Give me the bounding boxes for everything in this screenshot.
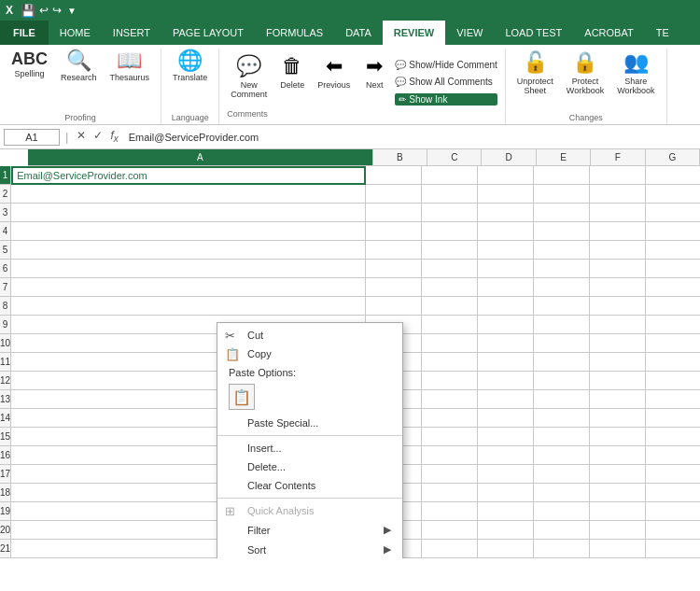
- cell-c1[interactable]: [422, 166, 478, 185]
- context-menu-sort[interactable]: Sort ▶: [217, 540, 402, 558]
- previous-label: Previous: [317, 80, 350, 90]
- cell-g1[interactable]: [646, 166, 700, 185]
- new-comment-button[interactable]: 💬 New Comment: [227, 52, 271, 101]
- tab-view[interactable]: VIEW: [445, 21, 494, 45]
- cut-icon: ✂: [225, 329, 235, 343]
- quick-analysis-label: Quick Analysis: [247, 505, 315, 516]
- row-num-8[interactable]: 8: [0, 297, 11, 316]
- tab-data[interactable]: DATA: [334, 21, 383, 45]
- formula-input[interactable]: [125, 130, 696, 145]
- show-hide-comment[interactable]: 💬 Show/Hide Comment: [395, 60, 497, 70]
- research-button[interactable]: 🔍 Research: [57, 49, 101, 84]
- context-menu-clear-contents[interactable]: Clear Contents: [217, 476, 402, 495]
- tab-review[interactable]: REVIEW: [383, 21, 445, 45]
- next-comment-button[interactable]: ➡ Next: [359, 52, 389, 91]
- tab-te[interactable]: TE: [645, 21, 680, 45]
- show-ink[interactable]: ✏ Show Ink: [395, 93, 497, 106]
- cell-d1[interactable]: [478, 166, 534, 185]
- show-all-comments[interactable]: 💬 Show All Comments: [395, 77, 497, 87]
- save-icon[interactable]: 💾: [21, 4, 35, 18]
- ribbon-group-language: 🌐 Translate Language: [161, 49, 219, 124]
- share-workbook-label: Share Workbook: [617, 77, 654, 95]
- row-num-14[interactable]: 14: [0, 409, 11, 428]
- cell-a1[interactable]: Email@ServiceProvider.com: [11, 166, 366, 185]
- context-menu-copy[interactable]: 📋 Copy: [217, 345, 402, 363]
- unprotect-sheet-label: Unprotect Sheet: [517, 77, 553, 95]
- context-menu-cut[interactable]: ✂ Cut: [217, 326, 402, 345]
- delete-comment-icon: 🗑: [282, 54, 302, 78]
- protect-workbook-button[interactable]: 🔒 Protect Workbook: [563, 49, 608, 97]
- cancel-formula-icon[interactable]: ✕: [74, 128, 89, 145]
- previous-comment-button[interactable]: ⬅ Previous: [314, 52, 354, 91]
- cell-a2[interactable]: [11, 185, 366, 204]
- delete-comment-button[interactable]: 🗑 Delete: [276, 52, 308, 91]
- translate-button[interactable]: 🌐 Translate: [169, 49, 211, 84]
- row-num-4[interactable]: 4: [0, 222, 11, 241]
- col-header-c[interactable]: C: [427, 149, 482, 165]
- context-menu-filter[interactable]: Filter ▶: [217, 520, 402, 540]
- formula-bar: | ✕ ✓ fx: [0, 125, 700, 149]
- share-workbook-icon: 👥: [623, 50, 649, 75]
- undo-icon[interactable]: ↩: [39, 4, 49, 17]
- context-menu-paste-special[interactable]: Paste Special...: [217, 414, 402, 432]
- tab-load-test[interactable]: LOAD TEST: [494, 21, 573, 45]
- unprotect-sheet-button[interactable]: 🔓 Unprotect Sheet: [513, 49, 557, 97]
- tab-acrobat[interactable]: ACROBAT: [573, 21, 644, 45]
- paste-icon-clipboard[interactable]: 📋: [229, 384, 255, 410]
- name-box[interactable]: [4, 129, 60, 146]
- context-menu-quick-analysis: ⊞ Quick Analysis: [217, 501, 402, 520]
- row-num-15[interactable]: 15: [0, 428, 11, 446]
- row-num-17[interactable]: 17: [0, 465, 11, 484]
- share-workbook-button[interactable]: 👥 Share Workbook: [613, 49, 658, 97]
- research-icon: 🔍: [66, 50, 91, 71]
- row-num-9[interactable]: 9: [0, 316, 11, 334]
- insert-function-icon[interactable]: fx: [107, 128, 120, 145]
- row-num-21[interactable]: 21: [0, 540, 11, 558]
- row-num-18[interactable]: 18: [0, 484, 11, 502]
- tab-file[interactable]: FILE: [0, 21, 49, 45]
- row-num-5[interactable]: 5: [0, 241, 11, 260]
- filter-arrow-icon: ▶: [384, 524, 391, 536]
- context-menu: ✂ Cut 📋 Copy Paste Options: 📋 Paste Spec…: [217, 322, 403, 558]
- redo-icon[interactable]: ↪: [52, 4, 62, 17]
- tab-home[interactable]: HOME: [49, 21, 102, 45]
- cell-f1[interactable]: [590, 166, 646, 185]
- row-num-10[interactable]: 10: [0, 334, 11, 353]
- cell-b1[interactable]: [366, 166, 422, 185]
- row-num-7[interactable]: 7: [0, 278, 11, 297]
- spelling-button[interactable]: ABC Spelling: [7, 49, 51, 80]
- row-num-2[interactable]: 2: [0, 185, 11, 204]
- tab-formulas[interactable]: FORMULAS: [255, 21, 334, 45]
- cell-e1[interactable]: [534, 166, 590, 185]
- research-label: Research: [61, 73, 97, 82]
- row-num-13[interactable]: 13: [0, 390, 11, 409]
- row-num-20[interactable]: 20: [0, 521, 11, 540]
- col-header-a[interactable]: A: [28, 149, 373, 165]
- col-header-d[interactable]: D: [482, 149, 536, 165]
- protect-workbook-icon: 🔒: [572, 50, 597, 75]
- comments-group-label: Comments: [227, 109, 268, 120]
- thesaurus-button[interactable]: 📖 Thesaurus: [106, 49, 154, 84]
- row-num-11[interactable]: 11: [0, 353, 11, 372]
- row-num-19[interactable]: 19: [0, 502, 11, 521]
- col-header-g[interactable]: G: [646, 149, 700, 165]
- paste-options-label: Paste Options:: [229, 367, 296, 378]
- confirm-formula-icon[interactable]: ✓: [91, 128, 105, 145]
- language-group-label: Language: [172, 113, 209, 124]
- tab-page-layout[interactable]: PAGE LAYOUT: [161, 21, 255, 45]
- row-num-1[interactable]: 1: [0, 166, 11, 185]
- table-row: Email@ServiceProvider.com: [11, 166, 700, 185]
- col-header-f[interactable]: F: [591, 149, 645, 165]
- col-header-b[interactable]: B: [373, 149, 427, 165]
- row-num-6[interactable]: 6: [0, 260, 11, 278]
- col-header-e[interactable]: E: [537, 149, 591, 165]
- context-menu-delete[interactable]: Delete...: [217, 457, 402, 476]
- context-menu-insert[interactable]: Insert...: [217, 439, 402, 457]
- row-num-3[interactable]: 3: [0, 204, 11, 222]
- customize-icon[interactable]: ▼: [67, 6, 77, 16]
- changes-group-label: Changes: [569, 113, 603, 124]
- proofing-group-label: Proofing: [64, 113, 96, 124]
- row-num-16[interactable]: 16: [0, 446, 11, 465]
- row-num-12[interactable]: 12: [0, 372, 11, 390]
- tab-insert[interactable]: INSERT: [102, 21, 161, 45]
